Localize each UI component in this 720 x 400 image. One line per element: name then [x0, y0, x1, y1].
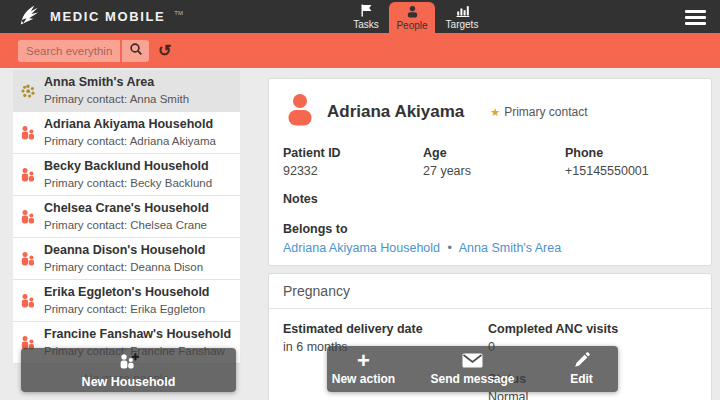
field-value: +15145550001: [565, 164, 697, 178]
primary-contact-label: Primary contact: [504, 105, 587, 119]
tab-tasks-label: Tasks: [353, 19, 379, 30]
sidebar-item-subtitle: Primary contact: Erika Eggleton: [44, 302, 210, 316]
new-action-button[interactable]: + New action: [328, 352, 398, 386]
pregnancy-card-title: Pregnancy: [269, 274, 711, 309]
sidebar-item-subtitle: Primary contact: Deanna Dison: [44, 260, 205, 274]
household-icon: [20, 167, 36, 183]
field-value: 92332: [283, 164, 423, 178]
search-icon: [129, 42, 143, 59]
household-icon: [20, 251, 36, 267]
tab-targets[interactable]: Targets: [435, 0, 489, 33]
contact-action-bar: + New action Send message Edit: [327, 346, 618, 392]
field-age: Age 27 years: [423, 146, 565, 178]
contact-name: Adriana Akiyama: [327, 102, 464, 122]
sidebar-item-anna-smiths-area[interactable]: Anna Smith's Area Primary contact: Anna …: [13, 70, 240, 112]
brand-trademark: TM: [174, 10, 183, 16]
sidebar-item-subtitle: Primary contact: Anna Smith: [44, 92, 189, 106]
link-household[interactable]: Adriana Akiyama Household: [283, 241, 440, 255]
primary-contact-badge: ★ Primary contact: [490, 105, 587, 119]
star-icon: ★: [490, 106, 500, 119]
sidebar-item-title: Francine Fanshaw's Household: [44, 327, 231, 343]
brand-name: MEDIC MOBILE: [50, 9, 165, 24]
field-phone: Phone +15145550001: [565, 146, 697, 178]
tab-tasks[interactable]: Tasks: [343, 0, 389, 33]
sidebar-item-title: Erika Eggleton's Household: [44, 285, 210, 301]
field-label: Completed ANC visits: [488, 322, 697, 336]
area-icon: [20, 83, 36, 99]
sidebar-item-subtitle: Primary contact: Becky Backlund: [44, 176, 212, 190]
new-household-icon: [118, 352, 140, 374]
envelope-icon: [462, 352, 483, 369]
sidebar-item-title: Becky Backlund Household: [44, 159, 212, 175]
plus-icon: +: [357, 352, 370, 369]
contact-summary-card: Adriana Akiyama ★ Primary contact Patien…: [268, 78, 712, 266]
field-label: Phone: [565, 146, 697, 160]
household-icon: [20, 125, 36, 141]
new-household-label: New Household: [82, 375, 176, 389]
flag-icon: [359, 4, 373, 17]
tab-targets-label: Targets: [446, 19, 479, 30]
link-area[interactable]: Anna Smith's Area: [459, 241, 561, 255]
sidebar-item-erika-eggletons-household[interactable]: Erika Eggleton's Household Primary conta…: [13, 280, 240, 322]
household-icon: [20, 209, 36, 225]
field-label: Patient ID: [283, 146, 423, 160]
field-label: Estimated delivery date: [283, 322, 488, 336]
notes-label: Notes: [283, 192, 697, 206]
new-household-button[interactable]: New Household: [21, 348, 236, 392]
sidebar-item-deanna-disons-household[interactable]: Deanna Dison's Household Primary contact…: [13, 238, 240, 280]
household-icon: [20, 293, 36, 309]
wing-logo-icon: [17, 3, 42, 31]
search-box: [18, 40, 149, 62]
search-input[interactable]: [18, 40, 120, 62]
person-icon: [406, 5, 419, 18]
edit-button[interactable]: Edit: [547, 352, 617, 386]
send-message-button[interactable]: Send message: [430, 352, 514, 386]
sidebar-item-title: Deanna Dison's Household: [44, 243, 205, 259]
content: Anna Smith's Area Primary contact: Anna …: [0, 68, 720, 400]
field-value: 27 years: [423, 164, 565, 178]
sidebar-item-title: Anna Smith's Area: [44, 75, 189, 91]
sidebar-item-adriana-akiyama-household[interactable]: Adriana Akiyama Household Primary contac…: [13, 112, 240, 154]
avatar: [283, 93, 317, 131]
field-label: Age: [423, 146, 565, 160]
search-bar: ↺: [0, 33, 720, 68]
sidebar-item-becky-backlund-household[interactable]: Becky Backlund Household Primary contact…: [13, 154, 240, 196]
tab-people[interactable]: People: [389, 2, 435, 33]
field-patient-id: Patient ID 92332: [283, 146, 423, 178]
sidebar-item-chelsea-cranes-household[interactable]: Chelsea Crane's Household Primary contac…: [13, 196, 240, 238]
search-button[interactable]: [122, 40, 149, 62]
sidebar-item-subtitle: Primary contact: Chelsea Crane: [44, 218, 209, 232]
sidebar-item-title: Adriana Akiyama Household: [44, 117, 216, 133]
menu-icon[interactable]: [685, 10, 706, 25]
pencil-icon: [573, 352, 590, 369]
sidebar-item-title: Chelsea Crane's Household: [44, 201, 209, 217]
send-message-label: Send message: [430, 372, 514, 386]
new-action-label: New action: [332, 372, 395, 386]
sidebar-item-subtitle: Primary contact: Adriana Akiyama: [44, 134, 216, 148]
refresh-icon[interactable]: ↺: [158, 43, 171, 59]
edit-label: Edit: [570, 372, 593, 386]
belongs-to-label: Belongs to: [283, 222, 697, 236]
top-bar: MEDIC MOBILE TM Tasks People Targets: [0, 0, 720, 33]
brand: MEDIC MOBILE TM: [0, 3, 183, 31]
tab-people-label: People: [396, 20, 427, 31]
nav-tabs: Tasks People Targets: [343, 0, 489, 33]
link-separator: •: [448, 241, 452, 255]
bar-chart-icon: [455, 4, 470, 17]
